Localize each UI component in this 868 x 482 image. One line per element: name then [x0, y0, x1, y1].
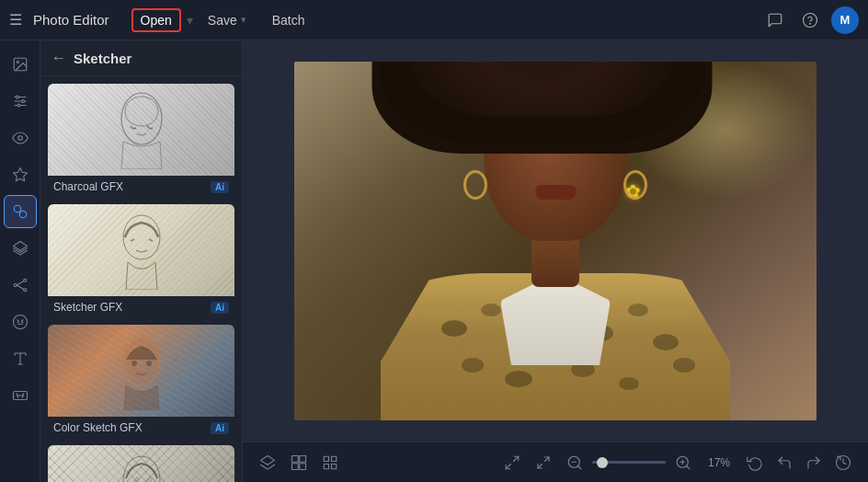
effects-list: Charcoal GFX Ai Sketch — [40, 76, 242, 482]
layers-btn[interactable] — [254, 449, 281, 476]
color-sketch-ai-badge: Ai — [211, 422, 229, 434]
chat-button[interactable] — [761, 6, 789, 34]
watermark-tool-btn[interactable] — [4, 379, 37, 412]
expand-icon — [504, 454, 520, 471]
zoom-out-btn[interactable] — [561, 449, 588, 476]
cross-hatch-art — [96, 453, 188, 483]
redo-btn[interactable] — [800, 449, 828, 476]
open-button[interactable]: Open — [131, 8, 181, 32]
sketcher-ai-badge: Ai — [211, 302, 229, 314]
svg-line-28 — [149, 239, 153, 241]
batch-button[interactable]: Batch — [263, 8, 314, 32]
zoom-out-icon — [566, 454, 583, 471]
svg-line-63 — [538, 464, 542, 468]
sketcher-thumb — [48, 204, 234, 296]
help-icon — [802, 12, 818, 29]
undo-icon — [776, 454, 793, 471]
layers-tool-btn[interactable] — [4, 232, 37, 265]
grid-btn[interactable] — [316, 449, 344, 476]
svg-point-30 — [131, 361, 137, 366]
zoom-controls: 17% — [561, 449, 730, 476]
svg-rect-58 — [324, 464, 328, 468]
svg-line-61 — [506, 464, 510, 468]
svg-marker-11 — [13, 168, 27, 181]
fit-icon — [535, 454, 552, 471]
eye-icon — [12, 130, 29, 146]
svg-rect-52 — [292, 455, 299, 462]
color-sketch-label: Color Sketch GFX — [53, 421, 143, 434]
svg-point-8 — [21, 100, 24, 103]
canvas-viewport[interactable]: ✿ — [243, 40, 868, 442]
user-avatar[interactable]: M — [831, 6, 859, 34]
left-toolbar — [0, 40, 40, 482]
svg-point-45 — [653, 334, 679, 350]
text-icon — [12, 350, 29, 367]
zoom-slider-container — [592, 461, 666, 464]
cross-hatch-gfx-item[interactable]: Cross Hatch GFX Ai — [48, 445, 234, 482]
panel-back-btn[interactable]: ← — [51, 50, 66, 66]
svg-point-31 — [146, 361, 152, 366]
save-button[interactable]: Save ▾ — [199, 8, 256, 32]
svg-rect-56 — [324, 456, 328, 461]
svg-point-1 — [810, 23, 811, 24]
svg-line-18 — [17, 281, 24, 286]
zoom-in-icon — [675, 454, 691, 471]
reset-btn[interactable] — [741, 449, 769, 476]
image-tool-btn[interactable] — [4, 48, 37, 81]
color-sketch-thumb — [48, 325, 234, 417]
charcoal-ai-badge: Ai — [211, 181, 229, 193]
text-tool-btn[interactable] — [4, 342, 37, 375]
svg-point-12 — [14, 205, 21, 212]
right-eye-shadow — [577, 135, 609, 154]
svg-rect-59 — [332, 464, 337, 468]
svg-line-19 — [17, 285, 24, 290]
save-chevron: ▾ — [241, 14, 246, 26]
undo-btn[interactable] — [771, 449, 798, 476]
arrange-icon — [291, 454, 307, 471]
adjustments-tool-btn[interactable] — [4, 85, 37, 118]
charcoal-thumb — [48, 84, 234, 176]
panel-title: Sketcher — [74, 51, 131, 66]
right-earring — [623, 170, 647, 200]
svg-line-60 — [514, 456, 519, 461]
svg-rect-53 — [300, 455, 306, 462]
svg-line-27 — [131, 239, 134, 241]
mask-tool-btn[interactable] — [4, 305, 37, 339]
svg-point-9 — [17, 104, 20, 107]
sketcher-gfx-item[interactable]: Sketcher GFX Ai — [48, 204, 234, 317]
open-chevron: ▾ — [187, 13, 193, 28]
redo-icon — [805, 454, 822, 471]
svg-point-25 — [125, 97, 158, 126]
svg-line-68 — [686, 465, 689, 468]
main-content: ← Sketcher Charcoal GFX — [0, 40, 868, 482]
photo-display: ✿ — [294, 62, 817, 420]
mask-icon — [12, 314, 29, 330]
fit-btn[interactable] — [530, 449, 557, 476]
arrange-btn[interactable] — [285, 449, 313, 476]
help-button[interactable] — [796, 6, 824, 34]
zoom-in-btn[interactable] — [669, 449, 697, 476]
reset-icon — [747, 454, 763, 471]
ai-tool-btn[interactable] — [4, 158, 37, 191]
nodes-tool-btn[interactable] — [4, 269, 37, 302]
history-btn[interactable] — [829, 449, 857, 476]
app-title: Photo Editor — [33, 12, 109, 28]
expand-btn[interactable] — [498, 449, 526, 476]
left-earring — [463, 170, 487, 200]
svg-point-3 — [17, 61, 18, 63]
zoom-slider[interactable] — [592, 461, 666, 464]
app-header: ☰ Photo Editor Open ▾ Save ▾ Batch M — [0, 0, 868, 40]
menu-icon[interactable]: ☰ — [9, 11, 22, 29]
svg-rect-55 — [300, 463, 306, 469]
svg-rect-57 — [332, 456, 337, 461]
preview-tool-btn[interactable] — [4, 121, 37, 155]
left-eye-shadow — [503, 135, 535, 154]
effects-tool-btn[interactable] — [4, 195, 37, 228]
charcoal-gfx-item[interactable]: Charcoal GFX Ai — [48, 84, 234, 197]
color-sketch-gfx-item[interactable]: Color Sketch GFX Ai — [48, 325, 234, 438]
bottom-bar: 17% — [243, 442, 868, 482]
cross-hatch-thumb — [48, 445, 234, 482]
lips — [535, 185, 577, 200]
svg-point-13 — [19, 211, 27, 218]
svg-point-44 — [628, 304, 648, 316]
